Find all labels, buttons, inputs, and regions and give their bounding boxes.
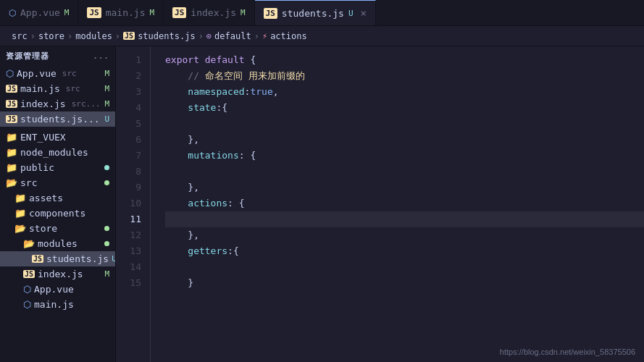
code-line-4: state:{: [165, 100, 644, 116]
code-line-8: [165, 164, 644, 180]
breadcrumb-actions: actions: [270, 31, 307, 41]
breadcrumb-part: modules: [75, 31, 112, 41]
sidebar-title: 资源管理器: [6, 51, 49, 62]
tab-label: main.js: [106, 7, 146, 18]
tab-badge-m: M: [149, 8, 154, 17]
line-num: 6: [116, 132, 150, 148]
js-icon: JS: [6, 100, 17, 108]
sidebar-item-main-js[interactable]: JS main.js src M: [0, 81, 115, 96]
sidebar-folder-modules[interactable]: 📂 modules: [0, 236, 115, 251]
sidebar-item-src: src: [62, 69, 77, 78]
vue-icon: ⬡: [6, 68, 14, 79]
sidebar-folder-ent-vuex[interactable]: 📁 ENT_VUEX: [0, 130, 115, 145]
folder-open-icon: 📂: [6, 177, 17, 188]
sidebar-item-label: App.vue: [17, 68, 57, 79]
line-num: 13: [116, 243, 150, 259]
sidebar-folder-components[interactable]: 📁 components: [0, 206, 115, 221]
sidebar-folder-store[interactable]: 📂 store: [0, 221, 115, 236]
sidebar-folder-label: public: [20, 162, 54, 173]
folder-icon: 📂: [14, 223, 26, 234]
sidebar-item-label: main.js: [34, 299, 74, 310]
sidebar-item-app-vue-2[interactable]: ⬡ App.vue: [0, 282, 115, 297]
tab-main-js[interactable]: JS main.js M: [78, 0, 164, 25]
sidebar-folder-assets[interactable]: 📁 assets: [0, 190, 115, 206]
sidebar-folder-label: components: [29, 208, 85, 219]
sidebar-item-app-vue[interactable]: ⬡ App.vue src M: [0, 66, 115, 81]
code-line-13: getters:{: [165, 243, 644, 259]
code-line-2: // 命名空间 用来加前缀的: [165, 68, 644, 84]
line-num: 2: [116, 68, 150, 84]
tab-badge-u: U: [348, 9, 354, 18]
code-content[interactable]: export default { // 命名空间 用来加前缀的 namespac…: [151, 46, 644, 362]
line-numbers: 1 2 3 4 5 6 7 8 9 10 11 12 13 14 15: [116, 46, 151, 362]
js-icon: JS: [6, 115, 17, 123]
sidebar-folder-label: modules: [38, 238, 78, 249]
sidebar-item-src: src...: [72, 99, 101, 109]
code-line-1: export default {: [165, 52, 644, 68]
sidebar-item-index-js-2[interactable]: JS index.js M: [0, 266, 115, 282]
folder-icon: 📁: [14, 208, 26, 219]
folder-open-icon: 📂: [23, 238, 35, 249]
folder-dot: [104, 241, 109, 246]
line-num: 3: [116, 84, 150, 100]
vue-icon: ⬡: [23, 284, 31, 295]
sidebar-folder-node-modules[interactable]: 📁 node_modules: [0, 145, 115, 160]
sidebar-item-src: src: [66, 84, 80, 93]
main-layout: 资源管理器 ... ⬡ App.vue src M JS main.js src…: [0, 46, 644, 362]
breadcrumb-actions-icon: ⚡: [262, 31, 267, 41]
js-icon: JS: [23, 270, 35, 278]
breadcrumb-default-icon: ⊙: [206, 31, 212, 41]
code-line-3: namespaced:true,: [165, 84, 644, 100]
breadcrumb: src › store › modules › JS students.js ›…: [0, 26, 644, 46]
breadcrumb-part: src: [12, 31, 28, 41]
code-line-12: },: [165, 227, 644, 243]
code-line-11: [165, 211, 644, 227]
sidebar-item-badge: M: [104, 69, 109, 78]
sidebar-header: 资源管理器 ...: [0, 46, 115, 66]
js-icon: JS: [87, 7, 101, 18]
breadcrumb-separator: ›: [67, 31, 72, 41]
breadcrumb-separator: ›: [115, 31, 120, 41]
js-icon: JS: [32, 255, 43, 263]
tab-index-js[interactable]: JS index.js M: [164, 0, 255, 25]
sidebar-item-badge: M: [104, 84, 109, 93]
sidebar-folder-src[interactable]: 📂 src: [0, 175, 115, 190]
breadcrumb-separator: ›: [198, 31, 204, 41]
breadcrumb-separator: ›: [254, 31, 259, 41]
tab-app-vue[interactable]: ⬡ App.vue M: [0, 0, 78, 25]
code-line-9: },: [165, 180, 644, 195]
sidebar-item-label: students.js...: [20, 114, 100, 125]
line-num: 5: [116, 116, 150, 132]
sidebar-more-icon[interactable]: ...: [93, 51, 109, 61]
line-num: 7: [116, 148, 150, 164]
tab-students-js[interactable]: JS students.js U ×: [255, 0, 376, 25]
folder-dot: [104, 226, 109, 231]
sidebar-item-index-js[interactable]: JS index.js src... M: [0, 96, 115, 111]
sidebar-item-badge: U: [104, 114, 109, 124]
js-icon: JS: [172, 7, 186, 18]
sidebar-item-students-js[interactable]: JS students.js U: [0, 251, 115, 266]
line-num: 4: [116, 100, 150, 116]
js-icon: JS: [6, 85, 17, 93]
tab-label: index.js: [191, 7, 236, 18]
sidebar-item-students-js-top[interactable]: JS students.js... U: [0, 111, 115, 127]
sidebar-folder-public[interactable]: 📁 public: [0, 160, 115, 175]
close-icon[interactable]: ×: [361, 7, 367, 19]
line-num: 10: [116, 195, 150, 211]
breadcrumb-part: default: [214, 31, 251, 41]
tab-label: App.vue: [20, 7, 60, 18]
line-num: 8: [116, 164, 150, 180]
line-num: 12: [116, 227, 150, 243]
line-num: 14: [116, 259, 150, 275]
js-icon: JS: [123, 32, 135, 40]
js-icon: JS: [264, 8, 277, 19]
breadcrumb-separator: ›: [30, 31, 35, 41]
tab-badge-m: M: [241, 8, 246, 17]
code-line-14: [165, 259, 644, 275]
sidebar-item-main-js-2[interactable]: ⬡ main.js: [0, 297, 115, 312]
sidebar-item-label: index.js: [20, 98, 66, 109]
folder-dot: [104, 180, 109, 185]
sidebar-folder-label: node_modules: [20, 147, 88, 158]
sidebar-item-label: App.vue: [34, 284, 74, 295]
sidebar-item-badge: U: [112, 254, 115, 264]
